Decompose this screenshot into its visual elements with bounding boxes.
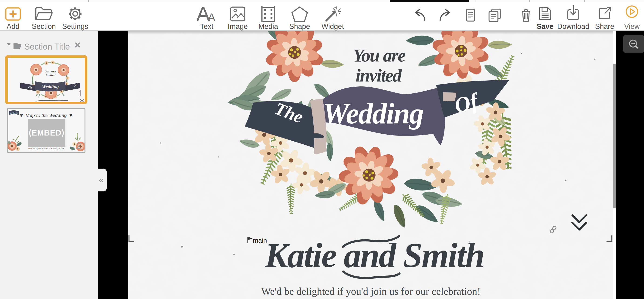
- svg-text:You are: You are: [45, 70, 56, 73]
- svg-text:go back: go back: [10, 112, 18, 114]
- svg-text:We'd be delighted if you'd joi: We'd be delighted if you'd join us for o…: [261, 286, 480, 297]
- svg-text:invited: invited: [356, 65, 402, 86]
- svg-text:⟨EMBED⟩: ⟨EMBED⟩: [28, 128, 65, 137]
- svg-text:You are: You are: [353, 45, 405, 66]
- svg-text:2: 2: [76, 141, 81, 151]
- svg-text:Wedding: Wedding: [42, 84, 59, 90]
- svg-text:main: main: [253, 237, 267, 244]
- svg-text:♥ Map to the Wedding ♥: ♥ Map to the Wedding ♥: [20, 112, 72, 118]
- svg-text:invited: invited: [46, 73, 56, 77]
- svg-text:A: A: [208, 11, 215, 22]
- svg-text:Wedding: Wedding: [323, 97, 423, 130]
- svg-text:263 Prospect Avenue -- Brookly: 263 Prospect Avenue -- Brooklyn, NY: [29, 147, 64, 150]
- svg-text:1: 1: [78, 89, 83, 98]
